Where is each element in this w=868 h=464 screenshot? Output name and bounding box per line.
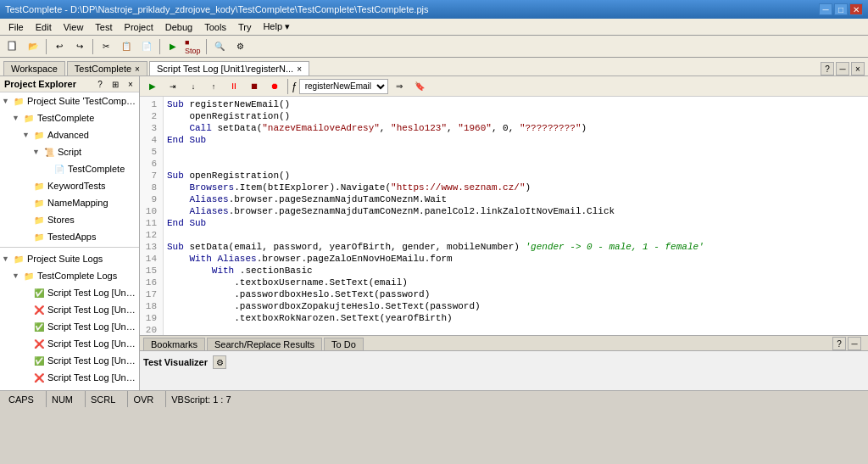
log5-icon: ✅	[32, 354, 46, 367]
bottom-panel-tabs: Bookmarks Search/Replace Results To Do ?…	[140, 336, 868, 351]
step-over-button[interactable]: ⇥	[164, 78, 182, 95]
code-line-3: Call setData("nazevEmailoveAdresy", "hes…	[167, 122, 865, 134]
tclogs-label: TestComplete Logs	[37, 271, 117, 281]
log-7[interactable]: ✅Script Test Log [Unit1\Tes	[0, 386, 139, 390]
panel-help-button[interactable]: ?	[821, 62, 834, 75]
run-script-button[interactable]: ▶	[143, 78, 162, 95]
run-button[interactable]: ▶	[164, 38, 182, 55]
function-selector[interactable]: registerNewEmail openRegistration setDat…	[299, 79, 388, 94]
bottom-panel: Bookmarks Search/Replace Results To Do ?…	[140, 335, 868, 390]
step-out-button[interactable]: ↑	[204, 78, 223, 95]
testcomplete-tab-close[interactable]: ×	[135, 64, 140, 74]
expand-projectsuite[interactable]: ▼	[2, 97, 12, 105]
menu-file[interactable]: File	[3, 21, 29, 33]
log-6[interactable]: ❌Script Test Log [Unit1\Tes	[0, 369, 139, 386]
panel-close-button[interactable]: ×	[851, 62, 865, 75]
redo-button[interactable]: ↪	[70, 38, 89, 55]
panel-minimize-button[interactable]: ─	[836, 62, 849, 75]
menu-project[interactable]: Project	[120, 21, 159, 33]
tree-node-projectsuite[interactable]: ▼ 📁 Project Suite 'TestComplete' (1 pro.…	[0, 92, 139, 109]
menu-try[interactable]: Try	[233, 21, 256, 33]
expand-script[interactable]: ▼	[32, 148, 42, 156]
code-line-7: Sub openRegistration()	[167, 170, 865, 182]
bottom-panel-help[interactable]: ?	[832, 337, 846, 350]
log-3[interactable]: ✅Script Test Log [Unit1\Tes	[0, 318, 139, 335]
code-line-5	[167, 146, 865, 158]
step-into-button[interactable]: ↓	[184, 78, 203, 95]
line-numbers: 1 2 3 4 5 6 7 8 9 10 11 12 13 14 15 16 1…	[140, 97, 164, 335]
tab-search-results[interactable]: Search/Replace Results	[207, 338, 322, 350]
menu-tools[interactable]: Tools	[199, 21, 231, 33]
bookmark-button[interactable]: 🔖	[410, 78, 429, 95]
expand-testcomplete[interactable]: ▼	[12, 114, 22, 122]
code-line-1: Sub registerNewEmail()	[167, 98, 865, 110]
tree-node-advanced[interactable]: ▼ 📁 Advanced	[0, 126, 139, 143]
log2-label: Script Test Log [Unit1\Tes	[47, 305, 137, 315]
workspace-tabs: Workspace TestComplete × Script Test Log…	[0, 58, 868, 76]
new-button[interactable]	[3, 38, 22, 55]
tcscript-label: TestComplete	[68, 164, 125, 174]
code-line-2: openRegistration()	[167, 110, 865, 122]
bottom-panel-min[interactable]: ─	[848, 337, 861, 350]
menu-view[interactable]: View	[58, 21, 89, 33]
tab-bookmarks[interactable]: Bookmarks	[143, 338, 205, 350]
sidebar-btn-1[interactable]: ?	[92, 77, 108, 91]
undo-button[interactable]: ↩	[50, 38, 69, 55]
tree-node-testcomplete-script[interactable]: 📄 TestComplete	[0, 160, 139, 177]
test-visualizer-settings[interactable]: ⚙	[213, 355, 226, 369]
paste-button[interactable]: 📄	[137, 38, 156, 55]
tree-node-testedapps[interactable]: 📁 TestedApps	[0, 228, 139, 245]
expand-advanced[interactable]: ▼	[22, 131, 32, 139]
open-button[interactable]: 📂	[24, 38, 42, 55]
menu-help[interactable]: Help ▾	[258, 20, 295, 33]
testcomplete-tab-label: TestComplete	[75, 64, 131, 74]
stop-button[interactable]: ■ Stop	[184, 38, 203, 55]
breakpoint-button[interactable]: ⏸	[225, 78, 243, 95]
status-scrl: SCRL	[85, 391, 120, 407]
status-lang: VBScript: 1 : 7	[165, 391, 236, 407]
cut-button[interactable]: ✂	[97, 38, 115, 55]
workspace-tab-workspace[interactable]: Workspace	[3, 61, 65, 75]
log-2[interactable]: ❌Script Test Log [Unit1\Tes	[0, 301, 139, 318]
ta-icon: 📁	[32, 230, 46, 243]
toolbar-icon-1[interactable]: 🔍	[210, 38, 229, 55]
goto-function-button[interactable]: ⇒	[390, 78, 409, 95]
tree-node-keywordtests[interactable]: 📁 KeywordTests	[0, 177, 139, 194]
sidebar-btn-2[interactable]: ⊞	[108, 77, 123, 91]
title-bar: TestComplete - D:\DP\Nastroje_priklady_z…	[0, 0, 868, 19]
copy-button[interactable]: 📋	[117, 38, 136, 55]
workspace-tab-scriptlog[interactable]: Script Test Log [Unit1\registerN... ×	[149, 61, 309, 75]
testcomplete-label: TestComplete	[37, 113, 94, 123]
window-controls: ─ □ ✕	[819, 3, 863, 15]
expand-pslogs[interactable]: ▼	[2, 254, 12, 263]
menu-test[interactable]: Test	[90, 21, 117, 33]
log-5[interactable]: ✅Script Test Log [Unit1\Tes	[0, 352, 139, 369]
sidebar-btn-3[interactable]: ×	[123, 77, 138, 91]
log7-icon: ✅	[32, 388, 46, 390]
editor-area: ▶ ⇥ ↓ ↑ ⏸ ⏹ ⏺ ƒ registerNewEmail openReg…	[140, 76, 868, 390]
record-button[interactable]: ⏺	[265, 78, 284, 95]
nm-label: NameMapping	[47, 198, 108, 208]
tree-node-testcomplete[interactable]: ▼ 📁 TestComplete	[0, 109, 139, 126]
stop-script-button[interactable]: ⏹	[245, 78, 264, 95]
code-container[interactable]: 1 2 3 4 5 6 7 8 9 10 11 12 13 14 15 16 1…	[140, 97, 868, 335]
workspace-tab-testcomplete[interactable]: TestComplete ×	[67, 61, 147, 75]
close-button[interactable]: ✕	[849, 3, 863, 15]
minimize-button[interactable]: ─	[819, 3, 832, 15]
menu-debug[interactable]: Debug	[160, 21, 198, 33]
code-content[interactable]: Sub registerNewEmail() openRegistration(…	[164, 97, 868, 335]
expand-tclogs[interactable]: ▼	[12, 271, 22, 280]
toolbar-icon-2[interactable]: ⚙	[231, 38, 249, 55]
tree-node-stores[interactable]: 📁 Stores	[0, 211, 139, 228]
log-1[interactable]: ✅Script Test Log [Unit1\Tes	[0, 284, 139, 301]
tab-todo[interactable]: To Do	[324, 338, 364, 350]
log-4[interactable]: ❌Script Test Log [Unit1\Tes	[0, 335, 139, 352]
scriptlog-tab-close[interactable]: ×	[297, 64, 302, 74]
maximize-button[interactable]: □	[834, 3, 848, 15]
tree-node-tclogs[interactable]: ▼ 📁 TestComplete Logs	[0, 267, 139, 284]
tree-node-namemapping[interactable]: 📁 NameMapping	[0, 194, 139, 211]
pslogs-label: Project Suite Logs	[27, 254, 103, 264]
menu-edit[interactable]: Edit	[31, 21, 57, 33]
tree-node-script[interactable]: ▼ 📜 Script	[0, 143, 139, 160]
tree-node-pslogs[interactable]: ▼ 📁 Project Suite Logs	[0, 250, 139, 267]
